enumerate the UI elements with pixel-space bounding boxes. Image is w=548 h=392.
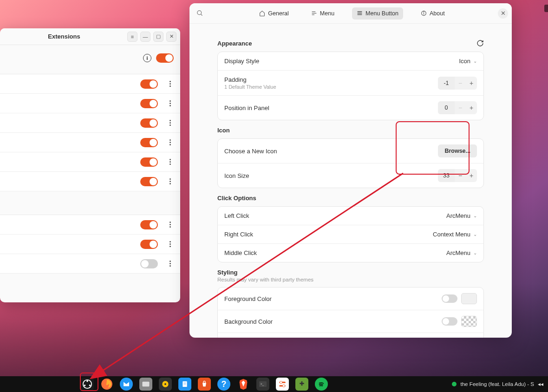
firefox-icon[interactable] <box>100 378 113 391</box>
extension-list-2 <box>0 215 180 274</box>
row-background-color: Background Color <box>218 310 483 333</box>
extension-toggle[interactable] <box>140 118 158 128</box>
extension-manager-icon[interactable] <box>295 378 308 391</box>
minus-icon[interactable]: − <box>455 169 466 182</box>
plus-icon[interactable]: + <box>466 169 477 182</box>
padding-stepper[interactable]: -1 − + <box>438 77 477 90</box>
now-playing-text[interactable]: the Feeling (feat. Leila Adu) - S <box>460 381 534 387</box>
media-prev-icon[interactable]: ◂◂ <box>538 381 543 387</box>
browse-button[interactable]: Browse... <box>438 144 477 157</box>
kebab-menu[interactable] <box>164 100 176 106</box>
row-label: Middle Click <box>224 249 257 256</box>
info-icon[interactable]: i <box>143 54 151 62</box>
row-label: Position in Panel <box>224 105 269 111</box>
top-panel-fragment <box>544 5 548 12</box>
extension-toggle[interactable] <box>140 177 158 186</box>
tab-about[interactable]: About <box>416 7 450 20</box>
background-toggle[interactable] <box>442 317 457 326</box>
extension-row <box>0 113 180 133</box>
extension-toggle[interactable] <box>140 259 158 268</box>
click-card: Left Click ArcMenu⌄ Right Click Context … <box>217 206 484 262</box>
refresh-icon[interactable] <box>476 39 484 47</box>
master-toggle[interactable] <box>156 53 174 63</box>
arcmenu-launcher-icon[interactable] <box>81 378 94 391</box>
minus-icon[interactable]: − <box>455 77 466 90</box>
tab-label: General <box>268 10 288 17</box>
gnome-tweaks-icon[interactable] <box>276 378 289 391</box>
kebab-menu[interactable] <box>164 139 176 145</box>
extension-row <box>0 74 180 94</box>
section-header-appearance: Appearance <box>217 39 484 47</box>
text-editor-icon[interactable] <box>178 378 191 391</box>
tab-menu[interactable]: Menu <box>307 7 339 20</box>
help-icon[interactable]: ? <box>217 378 230 391</box>
svg-point-14 <box>89 385 91 386</box>
plus-icon[interactable]: + <box>466 101 477 114</box>
right-click-dropdown[interactable]: Context Menu⌄ <box>433 231 477 238</box>
kebab-menu[interactable] <box>164 81 176 87</box>
kebab-menu[interactable] <box>164 178 176 184</box>
brave-icon[interactable] <box>237 378 250 391</box>
extension-toggle[interactable] <box>140 220 158 229</box>
tab-label: Menu Button <box>365 10 398 17</box>
tab-menu-button[interactable]: Menu Button <box>352 7 403 20</box>
hamburger-menu-button[interactable]: ≡ <box>127 32 137 42</box>
row-subtitle: 1 Default Theme Value <box>224 84 276 90</box>
extension-toggle[interactable] <box>140 99 158 108</box>
tab-bar: General Menu Menu Button About <box>206 7 498 20</box>
plus-icon[interactable]: + <box>466 77 477 90</box>
extensions-master-row: i <box>0 45 180 71</box>
spotify-status-icon[interactable] <box>452 382 457 386</box>
row-display-style: Display Style Icon ⌄ <box>218 52 483 71</box>
kebab-menu[interactable] <box>164 222 176 228</box>
tab-general[interactable]: General <box>254 7 293 20</box>
spinner-value: -1 <box>438 77 455 90</box>
background-color-button[interactable] <box>461 316 477 327</box>
section-title: Click Options <box>217 195 256 202</box>
row-foreground-color: Foreground Color <box>218 287 483 310</box>
position-stepper[interactable]: 0 − + <box>438 101 477 114</box>
svg-rect-3 <box>312 13 316 13</box>
close-button[interactable]: ✕ <box>498 8 508 19</box>
kebab-menu[interactable] <box>164 120 176 126</box>
extension-toggle[interactable] <box>140 157 158 167</box>
display-style-dropdown[interactable]: Icon ⌄ <box>459 58 477 65</box>
thunderbird-icon[interactable] <box>120 378 133 391</box>
chevron-down-icon: ⌄ <box>473 232 477 237</box>
middle-click-dropdown[interactable]: ArcMenu⌄ <box>446 249 477 256</box>
kebab-menu[interactable] <box>164 159 176 165</box>
spotify-icon[interactable] <box>315 378 328 391</box>
row-label: Foreground Color <box>224 295 272 302</box>
minus-icon[interactable]: − <box>455 101 466 114</box>
arcmenu-settings-window: General Menu Menu Button About ✕ Appeara… <box>189 3 512 338</box>
maximize-button[interactable]: ▢ <box>153 32 163 42</box>
extension-toggle[interactable] <box>140 79 158 89</box>
row-label: Left Click <box>224 212 249 219</box>
section-subtitle: Results may vary with third party themes <box>217 277 313 282</box>
left-click-dropdown[interactable]: ArcMenu⌄ <box>446 212 477 219</box>
terminal-icon[interactable]: >_ <box>256 378 269 391</box>
close-button[interactable]: ✕ <box>166 32 176 42</box>
svg-line-1 <box>201 14 202 15</box>
extension-toggle[interactable] <box>140 240 158 249</box>
minimize-button[interactable]: — <box>140 32 150 42</box>
foreground-color-button[interactable] <box>461 293 477 304</box>
icon-size-stepper[interactable]: 33 − + <box>438 169 477 182</box>
row-label: Choose a New Icon <box>224 148 277 155</box>
svg-point-26 <box>280 381 282 384</box>
section-header-icon: Icon <box>217 127 484 134</box>
row-position: Position in Panel 0 − + <box>218 96 483 120</box>
software-center-icon[interactable] <box>198 378 211 391</box>
rhythmbox-icon[interactable] <box>159 378 172 391</box>
extension-toggle[interactable] <box>140 138 158 147</box>
section-header-click: Click Options <box>217 195 484 202</box>
dropdown-value: Icon <box>459 58 470 65</box>
svg-point-10 <box>424 12 424 12</box>
files-icon[interactable] <box>139 378 152 391</box>
taskbar: ? >_ the Feeling (feat. Leila Adu) - S ◂… <box>0 376 548 392</box>
search-icon[interactable] <box>193 7 206 20</box>
kebab-menu[interactable] <box>164 261 176 267</box>
svg-rect-7 <box>358 14 362 15</box>
kebab-menu[interactable] <box>164 241 176 247</box>
foreground-toggle[interactable] <box>442 294 457 303</box>
